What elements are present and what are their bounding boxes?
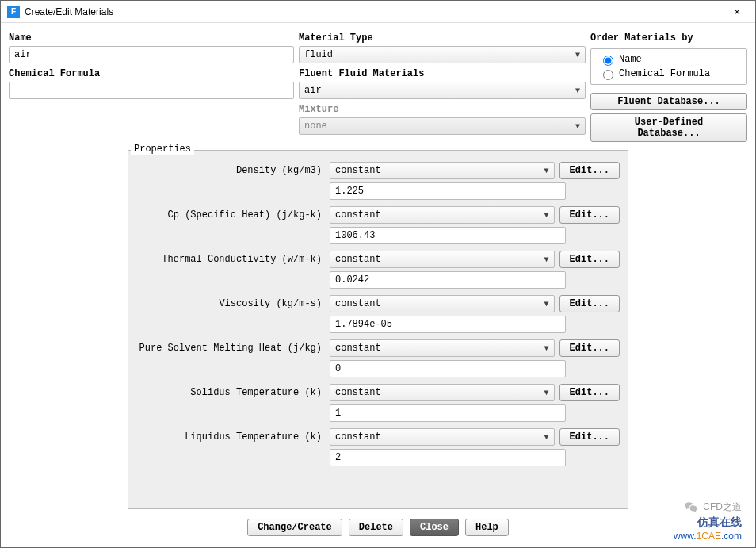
- app-icon: F: [7, 6, 20, 18]
- property-method-select[interactable]: constant▼: [330, 384, 555, 401]
- property-method-value: constant: [335, 165, 381, 176]
- chemical-formula-input[interactable]: [9, 82, 294, 99]
- top-row: Name Chemical Formula Material Type flui…: [9, 33, 747, 142]
- name-label: Name: [9, 33, 294, 44]
- close-icon[interactable]: ×: [725, 6, 749, 18]
- fluent-materials-select[interactable]: air ▼: [299, 82, 586, 99]
- order-by-name-label: Name: [619, 54, 642, 65]
- property-edit-button[interactable]: Edit...: [559, 251, 620, 268]
- fluent-database-button[interactable]: Fluent Database...: [590, 93, 747, 110]
- order-by-group: Name Chemical Formula: [590, 48, 747, 85]
- help-button[interactable]: Help: [465, 519, 509, 536]
- mixture-value: none: [304, 121, 327, 132]
- property-edit-button[interactable]: Edit...: [559, 206, 620, 224]
- order-by-name-row[interactable]: Name: [593, 52, 745, 67]
- user-database-button[interactable]: User-Defined Database...: [590, 113, 747, 142]
- window-title: Create/Edit Materials: [25, 6, 725, 17]
- material-type-column: Material Type fluid ▼ Fluent Fluid Mater…: [299, 33, 586, 135]
- property-row: Density (kg/m3)constant▼Edit...: [136, 162, 620, 179]
- fluent-materials-label: Fluent Fluid Materials: [299, 68, 586, 80]
- property-value-row: [136, 449, 620, 466]
- property-row: Solidus Temperature (k)constant▼Edit...: [136, 384, 620, 401]
- property-method-value: constant: [335, 343, 381, 354]
- property-method-select[interactable]: constant▼: [330, 206, 555, 224]
- order-by-formula-row[interactable]: Chemical Formula: [593, 67, 745, 81]
- property-value-input[interactable]: [330, 182, 566, 200]
- chevron-down-icon: ▼: [575, 51, 580, 59]
- property-value-row: [136, 271, 620, 289]
- property-method-value: constant: [335, 387, 381, 398]
- content-area: Name Chemical Formula Material Type flui…: [1, 23, 755, 547]
- properties-box: Density (kg/m3)constant▼Edit...Cp (Speci…: [128, 150, 628, 509]
- order-by-formula-radio[interactable]: [603, 70, 613, 80]
- property-method-value: constant: [335, 209, 381, 220]
- property-row: Cp (Specific Heat) (j/kg-k)constant▼Edit…: [136, 206, 620, 224]
- properties-frame: Properties Density (kg/m3)constant▼Edit.…: [128, 150, 628, 509]
- fluent-materials-value: air: [304, 85, 322, 96]
- name-column: Name Chemical Formula: [9, 33, 294, 99]
- name-input[interactable]: [9, 46, 294, 63]
- property-label: Viscosity (kg/m-s): [136, 298, 325, 309]
- property-method-select[interactable]: constant▼: [330, 428, 555, 446]
- titlebar: F Create/Edit Materials ×: [1, 1, 755, 23]
- property-edit-button[interactable]: Edit...: [559, 295, 620, 312]
- property-method-value: constant: [335, 254, 381, 265]
- property-edit-button[interactable]: Edit...: [559, 384, 620, 401]
- footer: Change/Create Delete Close Help: [9, 512, 747, 542]
- chevron-down-icon: ▼: [544, 167, 549, 175]
- property-edit-button[interactable]: Edit...: [559, 339, 620, 357]
- chevron-down-icon: ▼: [544, 300, 549, 308]
- change-create-button[interactable]: Change/Create: [247, 519, 342, 536]
- property-label: Solidus Temperature (k): [136, 387, 325, 398]
- property-row: Pure Solvent Melting Heat (j/kg)constant…: [136, 339, 620, 357]
- close-button[interactable]: Close: [410, 519, 459, 536]
- mixture-label: Mixture: [299, 104, 586, 116]
- mixture-select: none ▼: [299, 117, 586, 135]
- chevron-down-icon: ▼: [575, 122, 580, 131]
- property-value-input[interactable]: [330, 360, 566, 377]
- property-method-select[interactable]: constant▼: [330, 251, 555, 268]
- chevron-down-icon: ▼: [544, 344, 549, 353]
- property-method-select[interactable]: constant▼: [330, 295, 555, 312]
- property-method-select[interactable]: constant▼: [330, 339, 555, 357]
- property-method-value: constant: [335, 431, 381, 443]
- delete-button[interactable]: Delete: [349, 519, 403, 536]
- property-label: Cp (Specific Heat) (j/kg-k): [136, 209, 325, 220]
- chevron-down-icon: ▼: [575, 86, 580, 95]
- order-by-title: Order Materials by: [590, 33, 693, 44]
- order-by-formula-label: Chemical Formula: [619, 68, 710, 79]
- property-row: Thermal Conductivity (w/m-k)constant▼Edi…: [136, 251, 620, 268]
- property-value-input[interactable]: [330, 404, 566, 422]
- order-column: Order Materials by Name Chemical Formula…: [590, 33, 747, 142]
- property-label: Density (kg/m3): [136, 165, 325, 176]
- chevron-down-icon: ▼: [544, 433, 549, 442]
- property-value-input[interactable]: [330, 316, 566, 333]
- property-label: Pure Solvent Melting Heat (j/kg): [136, 343, 325, 354]
- property-row: Viscosity (kg/m-s)constant▼Edit...: [136, 295, 620, 312]
- property-value-input[interactable]: [330, 227, 566, 244]
- material-type-label: Material Type: [299, 33, 586, 44]
- property-value-row: [136, 360, 620, 377]
- property-value-row: [136, 227, 620, 244]
- chevron-down-icon: ▼: [544, 255, 549, 264]
- property-edit-button[interactable]: Edit...: [559, 162, 620, 179]
- property-edit-button[interactable]: Edit...: [559, 428, 620, 446]
- property-label: Liquidus Temperature (k): [136, 431, 325, 443]
- property-label: Thermal Conductivity (w/m-k): [136, 254, 325, 265]
- chemical-formula-label: Chemical Formula: [9, 68, 294, 80]
- materials-dialog: F Create/Edit Materials × Name Chemical …: [0, 0, 756, 548]
- chevron-down-icon: ▼: [544, 211, 549, 220]
- property-method-select[interactable]: constant▼: [330, 162, 555, 179]
- order-by-name-radio[interactable]: [603, 56, 613, 66]
- property-value-input[interactable]: [330, 271, 566, 289]
- property-value-row: [136, 404, 620, 422]
- material-type-value: fluid: [304, 49, 333, 60]
- chevron-down-icon: ▼: [544, 389, 549, 397]
- property-value-input[interactable]: [330, 449, 566, 466]
- material-type-select[interactable]: fluid ▼: [299, 46, 586, 63]
- property-value-row: [136, 316, 620, 333]
- property-value-row: [136, 182, 620, 200]
- property-method-value: constant: [335, 298, 381, 309]
- properties-title: Properties: [131, 144, 194, 155]
- property-row: Liquidus Temperature (k)constant▼Edit...: [136, 428, 620, 446]
